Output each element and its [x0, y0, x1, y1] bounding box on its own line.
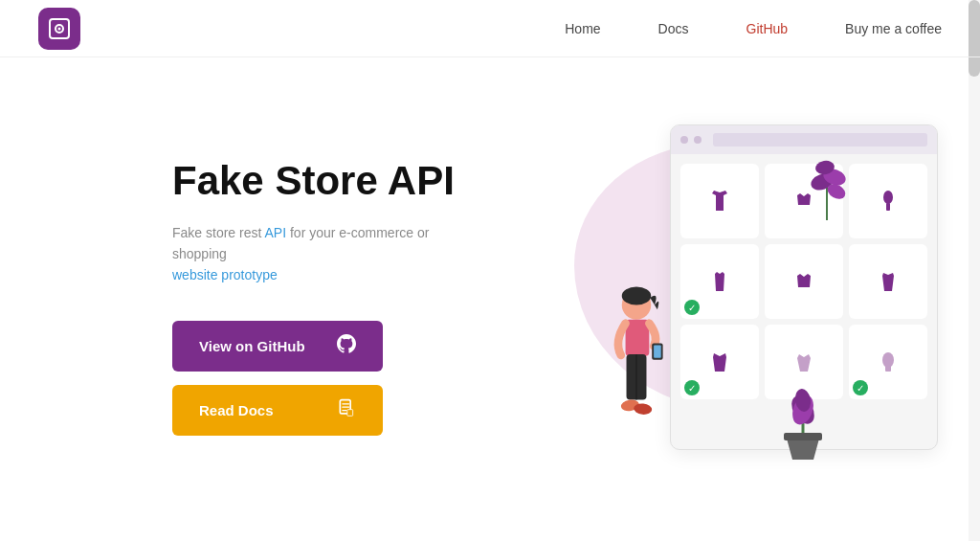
- product-card-4: ✓: [680, 244, 759, 319]
- svg-point-10: [622, 287, 651, 305]
- logo-icon: [38, 8, 80, 50]
- decorative-plant: [798, 153, 856, 230]
- check-icon-1: ✓: [684, 300, 700, 315]
- github-button[interactable]: View on GitHub: [172, 321, 383, 372]
- logo[interactable]: [38, 8, 80, 50]
- product-card-7: ✓: [680, 325, 759, 399]
- svg-rect-6: [886, 203, 890, 211]
- desc-link: website prototype: [172, 267, 278, 282]
- docs-button[interactable]: Read Docs: [172, 385, 383, 436]
- nav-link-docs[interactable]: Docs: [658, 21, 689, 36]
- svg-point-5: [883, 191, 893, 204]
- svg-rect-4: [347, 409, 353, 416]
- check-icon-2: ✓: [684, 380, 700, 395]
- nav-link-github[interactable]: GitHub: [746, 21, 789, 36]
- desc-plain: Fake store rest: [172, 225, 264, 240]
- product-card-5: [765, 244, 843, 319]
- svg-point-7: [882, 352, 894, 368]
- browser-dot-1: [680, 136, 688, 144]
- svg-rect-13: [654, 345, 661, 357]
- browser-dot-2: [694, 136, 702, 144]
- hero-title: Fake Store API: [172, 158, 555, 204]
- navbar: Home Docs GitHub Buy me a coffee: [0, 0, 980, 57]
- plant-illustration: [769, 383, 836, 469]
- svg-rect-8: [885, 366, 891, 372]
- github-button-label: View on GitHub: [199, 338, 305, 354]
- product-card-9: ✓: [849, 325, 927, 399]
- nav-links: Home Docs GitHub Buy me a coffee: [565, 21, 942, 36]
- hero-left: Fake Store API Fake store rest API for y…: [172, 158, 555, 435]
- person-illustration: [593, 278, 679, 469]
- svg-point-2: [58, 27, 61, 30]
- github-icon: [337, 334, 356, 358]
- hero-section: Fake Store API Fake store rest API for y…: [0, 57, 980, 536]
- nav-link-coffee[interactable]: Buy me a coffee: [845, 21, 942, 36]
- product-card-6: [849, 244, 927, 319]
- svg-rect-18: [784, 433, 822, 440]
- browser-bar: [671, 125, 937, 154]
- desc-api: API: [264, 225, 286, 240]
- product-card-1: [680, 164, 759, 238]
- docs-icon: [337, 398, 356, 422]
- docs-button-label: Read Docs: [199, 402, 274, 418]
- browser-url-bar: [713, 133, 927, 147]
- hero-description: Fake store rest API for your e-commerce …: [172, 222, 459, 286]
- nav-link-home[interactable]: Home: [565, 21, 600, 36]
- check-icon-3: ✓: [853, 380, 868, 395]
- hero-right: ✓ ✓: [555, 96, 865, 498]
- product-card-3: [849, 164, 927, 238]
